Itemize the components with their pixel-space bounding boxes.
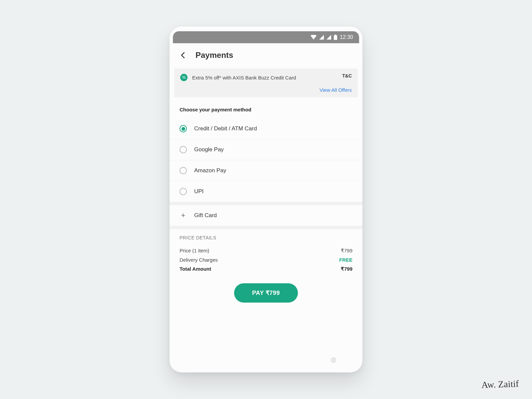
section-divider (170, 202, 362, 205)
offer-text: Extra 5% off* with AXIS Bank Buzz Credit… (192, 75, 296, 80)
back-button[interactable] (179, 51, 187, 59)
price-details-title: PRICE DETAILS (180, 235, 352, 240)
price-line-label: Delivery Charges (180, 257, 218, 263)
price-line-label: Price (1 item) (180, 248, 209, 254)
payment-method-section-label: Choose your payment method (170, 97, 362, 118)
wifi-icon (311, 35, 317, 40)
total-label: Total Amount (180, 266, 211, 272)
signal-icon-2 (327, 35, 331, 40)
payment-method-upi[interactable]: UPI (170, 181, 362, 202)
price-details: PRICE DETAILS Price (1 item) ₹799 Delive… (170, 229, 362, 279)
signature: Aw. Zaitif (481, 378, 519, 390)
payment-method-list: Credit / Debit / ATM Card Google Pay Ama… (170, 118, 362, 202)
pay-button[interactable]: PAY ₹799 (234, 283, 298, 303)
offer-card: % Extra 5% off* with AXIS Bank Buzz Cred… (174, 68, 358, 97)
payment-method-amazonpay[interactable]: Amazon Pay (170, 160, 362, 181)
radio-unselected-icon (180, 188, 187, 195)
plus-icon: + (180, 212, 187, 219)
gift-card-row[interactable]: + Gift Card (170, 205, 362, 226)
payment-method-label: Google Pay (194, 146, 224, 153)
payment-method-label: Credit / Debit / ATM Card (194, 125, 257, 132)
total-value: ₹799 (341, 266, 352, 272)
phone-frame: 12:30 Payments % Extra 5% off* with AXIS… (170, 27, 362, 372)
signal-icon (319, 35, 324, 40)
radio-selected-icon (180, 125, 187, 132)
battery-icon (334, 35, 337, 40)
radio-unselected-icon (180, 146, 187, 153)
payment-method-card[interactable]: Credit / Debit / ATM Card (170, 118, 362, 139)
svg-rect-1 (334, 35, 337, 40)
price-line-item: Price (1 item) ₹799 (180, 248, 352, 254)
price-line-total: Total Amount ₹799 (180, 266, 352, 272)
view-all-offers-link[interactable]: View All Offers (180, 87, 352, 93)
price-line-value: ₹799 (341, 248, 352, 254)
svg-rect-0 (335, 35, 336, 35)
page-title: Payments (196, 51, 233, 60)
page-indicator-dot (331, 357, 336, 363)
status-bar: 12:30 (173, 31, 359, 43)
section-divider (170, 226, 362, 229)
header: Payments (170, 43, 362, 66)
gift-card-label: Gift Card (194, 212, 217, 219)
radio-unselected-icon (180, 167, 187, 174)
price-line-value: FREE (339, 257, 352, 263)
percent-icon: % (180, 74, 188, 81)
tnc-link[interactable]: T&C (342, 73, 352, 78)
price-line-delivery: Delivery Charges FREE (180, 257, 352, 263)
payment-method-googlepay[interactable]: Google Pay (170, 139, 362, 160)
status-time: 12:30 (340, 34, 353, 40)
payment-method-label: Amazon Pay (194, 167, 226, 174)
payment-method-label: UPI (194, 188, 203, 195)
